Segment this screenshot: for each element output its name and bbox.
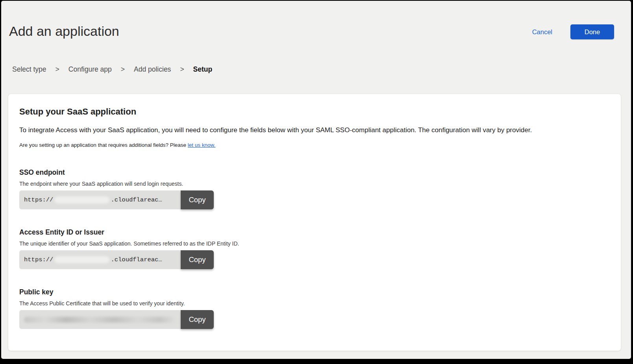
sso-endpoint-value-row: https:// .cloudflareac… Copy [19, 190, 214, 209]
setup-card: Setup your SaaS application To integrate… [8, 94, 621, 351]
card-intro: To integrate Access with your SaaS appli… [19, 126, 607, 134]
entity-id-description: The unique identifier of your SaaS appli… [19, 240, 607, 247]
breadcrumb-step-setup: Setup [193, 65, 213, 74]
redacted-value-segment [54, 196, 109, 203]
done-button[interactable]: Done [570, 24, 614, 39]
value-suffix: .cloudflareac… [111, 196, 162, 203]
entity-id-copy-button[interactable]: Copy [181, 250, 214, 269]
sso-endpoint-description: The endpoint where your SaaS application… [19, 181, 607, 187]
breadcrumb-separator: > [180, 65, 184, 74]
public-key-value-row: Copy [19, 310, 214, 329]
sso-endpoint-copy-button[interactable]: Copy [181, 190, 214, 209]
sso-endpoint-section: SSO endpoint The endpoint where your Saa… [19, 168, 607, 209]
entity-id-section: Access Entity ID or Issuer The unique id… [19, 228, 607, 269]
entity-id-label: Access Entity ID or Issuer [19, 228, 607, 237]
value-prefix: https:// [24, 196, 53, 203]
entity-id-value-row: https:// .cloudflareac… Copy [19, 250, 214, 269]
sso-endpoint-value[interactable]: https:// .cloudflareac… [19, 190, 181, 209]
entity-id-value[interactable]: https:// .cloudflareac… [19, 250, 181, 269]
page-title: Add an application [9, 24, 119, 39]
screenshot-frame: Add an application Cancel Done Select ty… [0, 0, 633, 364]
page: Add an application Cancel Done Select ty… [1, 1, 631, 359]
note-text: Are you setting up an application that r… [19, 142, 188, 148]
card-heading: Setup your SaaS application [19, 107, 607, 117]
cancel-button[interactable]: Cancel [532, 28, 552, 36]
breadcrumb-separator: > [121, 65, 125, 74]
public-key-description: The Access Public Certificate that will … [19, 300, 607, 307]
breadcrumb: Select type > Configure app > Add polici… [12, 65, 212, 74]
public-key-section: Public key The Access Public Certificate… [19, 288, 607, 329]
public-key-label: Public key [19, 288, 607, 296]
sso-endpoint-label: SSO endpoint [19, 168, 607, 177]
value-prefix: https:// [24, 256, 53, 263]
public-key-copy-button[interactable]: Copy [181, 310, 214, 329]
let-us-know-link[interactable]: let us know. [188, 142, 216, 148]
breadcrumb-step-add-policies[interactable]: Add policies [134, 65, 171, 74]
value-suffix: .cloudflareac… [111, 256, 162, 263]
redacted-value-full [24, 317, 174, 323]
additional-fields-note: Are you setting up an application that r… [19, 142, 607, 148]
public-key-value[interactable] [19, 310, 181, 329]
breadcrumb-step-configure-app[interactable]: Configure app [68, 65, 112, 74]
breadcrumb-step-select-type[interactable]: Select type [12, 65, 46, 74]
breadcrumb-separator: > [56, 65, 59, 74]
header-actions: Cancel Done [532, 24, 614, 39]
redacted-value-segment [54, 256, 109, 263]
